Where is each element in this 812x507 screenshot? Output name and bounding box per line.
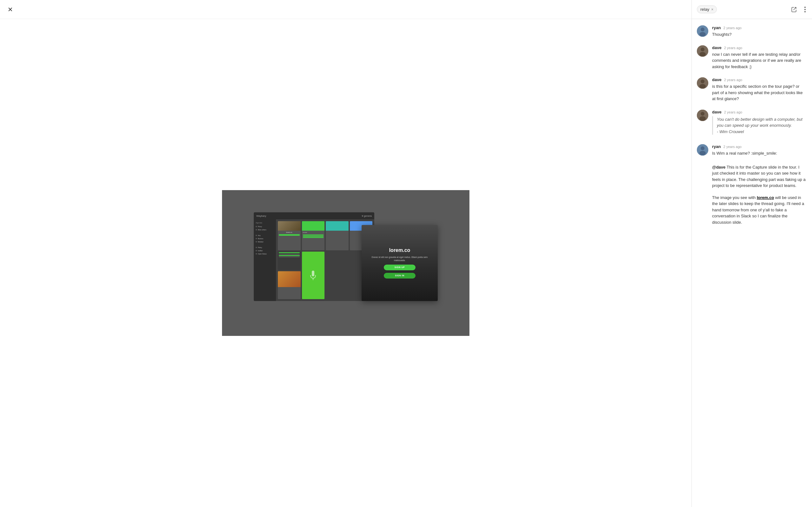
svg-point-5 bbox=[804, 11, 806, 12]
tag-chip-relay[interactable]: relay × bbox=[697, 5, 717, 13]
dave-avatar-img-1 bbox=[697, 45, 708, 57]
ryan-avatar-img bbox=[697, 25, 708, 37]
comment-blockquote-4: You can't do better design with a comput… bbox=[712, 116, 807, 135]
landing-background: lorem.co Donec id elit non gravida at eg… bbox=[362, 225, 438, 301]
viewer-toolbar: ✕ bbox=[0, 0, 692, 19]
svg-point-11 bbox=[699, 52, 706, 56]
lorem-co-link: lorem.co bbox=[757, 195, 774, 200]
card-image-teal bbox=[326, 221, 349, 231]
tag-label: relay bbox=[700, 7, 709, 12]
card-image-sunset bbox=[278, 271, 301, 287]
avatar-ryan-1 bbox=[697, 25, 708, 37]
share-icon bbox=[791, 7, 797, 12]
avatar-dave-1 bbox=[697, 45, 708, 57]
comment-text-6b: The image you see with lorem.co will be … bbox=[712, 194, 807, 226]
comment-item-3: dave 2 years ago is this for a specific … bbox=[697, 77, 807, 102]
comment-content-6: @dave This is for the Capture slide in t… bbox=[712, 164, 807, 226]
sidebar-item-6: Policy bbox=[256, 246, 274, 249]
svg-point-17 bbox=[699, 116, 706, 121]
viewer-panel: ✕ Waybary ¥ genera Agenda Priory bbox=[0, 0, 692, 507]
comment-item-6: @dave This is for the Capture slide in t… bbox=[697, 164, 807, 226]
sidebar-item-1: Priory bbox=[256, 225, 274, 228]
avatar-spacer bbox=[697, 164, 708, 226]
app-main-grid: lorem.co Notfield bbox=[276, 219, 374, 301]
card-image-1 bbox=[278, 221, 301, 231]
comment-meta-3: dave 2 years ago bbox=[712, 77, 807, 82]
screenshot-mock: Waybary ¥ genera Agenda Priory bbox=[254, 212, 438, 314]
comment-content-3: dave 2 years ago is this for a specific … bbox=[712, 77, 807, 102]
avatar-ryan-2 bbox=[697, 144, 708, 156]
comment-author-5: ryan bbox=[712, 144, 721, 149]
signin-button: SIGN IN bbox=[384, 273, 415, 279]
landing-title: lorem.co bbox=[389, 247, 410, 253]
comment-content-1: ryan 2 years ago Thoughts? bbox=[712, 25, 807, 38]
comments-panel: relay × bbox=[692, 0, 812, 507]
comment-content-5: ryan 2 years ago Is Wim a real name? :si… bbox=[712, 144, 807, 157]
close-button[interactable]: ✕ bbox=[5, 4, 15, 14]
image-container: Waybary ¥ genera Agenda Priory bbox=[222, 190, 469, 336]
sidebar-item-7: toolbar bbox=[256, 249, 274, 252]
more-button[interactable] bbox=[803, 5, 807, 14]
comment-meta-1: ryan 2 years ago bbox=[712, 25, 807, 30]
svg-point-14 bbox=[699, 84, 706, 89]
comment-meta-4: dave 2 years ago bbox=[712, 110, 807, 114]
comment-meta-5: ryan 2 years ago bbox=[712, 144, 807, 149]
app-card-3 bbox=[326, 221, 349, 250]
comment-text-3: is this for a specific section on the to… bbox=[712, 83, 807, 102]
comment-content-2: dave 2 years ago now I can never tell if… bbox=[712, 45, 807, 70]
comment-item-5: ryan 2 years ago Is Wim a real name? :si… bbox=[697, 144, 807, 157]
comment-content-4: dave 2 years ago You can't do better des… bbox=[712, 110, 807, 137]
sidebar-item-8: Open Status bbox=[256, 252, 274, 256]
svg-point-19 bbox=[701, 147, 705, 150]
comment-text-2: now I can never tell if we are testing r… bbox=[712, 51, 807, 70]
signup-button: SIGN UP bbox=[384, 265, 415, 270]
comment-item-4: dave 2 years ago You can't do better des… bbox=[697, 110, 807, 137]
app-window: Waybary ¥ genera Agenda Priory bbox=[254, 212, 374, 301]
sidebar-item-5: Medical bbox=[256, 240, 274, 243]
sidebar-item-4: Buttons bbox=[256, 237, 274, 240]
svg-point-8 bbox=[699, 32, 706, 37]
mention-dave: @dave bbox=[712, 165, 725, 170]
svg-point-7 bbox=[701, 27, 705, 32]
svg-point-10 bbox=[701, 48, 705, 51]
svg-line-2 bbox=[794, 7, 796, 10]
card-button-1 bbox=[279, 234, 300, 236]
app-titlebar: Waybary ¥ genera bbox=[254, 212, 374, 219]
comment-text-1: Thoughts? bbox=[712, 32, 807, 38]
svg-rect-1 bbox=[313, 278, 313, 280]
dave-avatar-img-3 bbox=[697, 110, 708, 121]
tag-close-button[interactable]: × bbox=[711, 8, 713, 11]
app-card-green-icon bbox=[302, 251, 325, 299]
header-actions bbox=[790, 5, 807, 14]
comment-time-3: 2 years ago bbox=[724, 78, 742, 82]
avatar-dave-3 bbox=[697, 110, 708, 121]
svg-point-4 bbox=[804, 9, 806, 10]
comment-time-1: 2 years ago bbox=[723, 26, 741, 30]
svg-rect-0 bbox=[312, 271, 314, 276]
landing-subtitle: Donec id elit non gravida at eget metus.… bbox=[368, 256, 432, 262]
app-card-sunset bbox=[278, 271, 301, 299]
comment-text-5: Is Wim a real name? :simple_smile: bbox=[712, 150, 807, 157]
app-sidebar: Agenda Priory More others bbox=[254, 219, 276, 301]
card-image-green bbox=[302, 221, 325, 231]
comment-item-1: ryan 2 years ago Thoughts? bbox=[697, 25, 807, 38]
comment-time-2: 2 years ago bbox=[724, 46, 742, 50]
comment-author-1: ryan bbox=[712, 25, 721, 30]
card-domain: lorem.co bbox=[278, 231, 301, 234]
share-button[interactable] bbox=[790, 5, 798, 14]
svg-point-20 bbox=[699, 151, 706, 155]
app-card-5 bbox=[278, 251, 301, 270]
app-body: Agenda Priory More others bbox=[254, 219, 374, 301]
comment-time-5: 2 years ago bbox=[723, 145, 741, 149]
app-title-left: Waybary bbox=[256, 215, 266, 217]
ryan-avatar-img-2 bbox=[697, 144, 708, 156]
landing-page-overlay: lorem.co Donec id elit non gravida at eg… bbox=[362, 225, 438, 301]
dave-avatar-img-2 bbox=[697, 77, 708, 89]
comment-author-3: dave bbox=[712, 77, 722, 82]
comments-list: ryan 2 years ago Thoughts? dave bbox=[692, 19, 812, 507]
comment-time-4: 2 years ago bbox=[724, 110, 742, 114]
avatar-dave-2 bbox=[697, 77, 708, 89]
comment-author-4: dave bbox=[712, 110, 722, 114]
app-card-1: lorem.co bbox=[278, 221, 301, 250]
svg-point-13 bbox=[701, 79, 705, 83]
